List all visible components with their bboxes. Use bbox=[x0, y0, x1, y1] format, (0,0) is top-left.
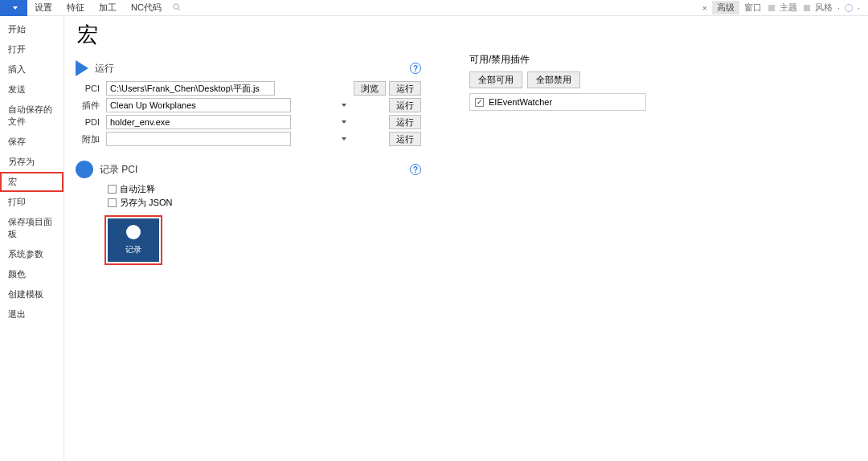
menu-item-nccode[interactable]: NC代码 bbox=[124, 2, 169, 14]
plugin-list-item[interactable]: EIEventWatcher bbox=[469, 93, 646, 111]
gear-icon[interactable] bbox=[845, 4, 853, 12]
search-icon bbox=[172, 2, 182, 14]
pci-browse-button[interactable]: 浏览 bbox=[354, 81, 386, 96]
plugin-label: 插件 bbox=[76, 100, 103, 112]
enable-all-button[interactable]: 全部可用 bbox=[469, 71, 522, 88]
run-section: 运行 ? PCI 浏览 运行 插件 运行 PDI bbox=[76, 60, 421, 146]
extra-label: 附加 bbox=[76, 133, 103, 145]
record-button[interactable]: 记录 bbox=[108, 218, 159, 262]
sidebar-item-send[interactable]: 发送 bbox=[0, 80, 63, 100]
auto-comment-label: 自动注释 bbox=[120, 183, 155, 195]
plugin-checkbox[interactable] bbox=[475, 98, 484, 107]
menu-bar: · 设置 特征 加工 NC代码 × 高级 窗口 主题 风格 · · bbox=[0, 0, 868, 16]
disable-all-button[interactable]: 全部禁用 bbox=[527, 71, 580, 88]
chevron-down-icon bbox=[342, 137, 346, 141]
menu-item-settings[interactable]: 设置 bbox=[27, 2, 59, 14]
highspeed-toggle[interactable]: 高级 bbox=[712, 1, 739, 14]
sidebar-item-save[interactable]: 保存 bbox=[0, 132, 63, 152]
sidebar-item-color[interactable]: 颜色 bbox=[0, 264, 63, 284]
record-section-title: 记录 PCI bbox=[100, 163, 137, 177]
record-section: 记录 PCI ? 自动注释 另存为 JSON 记录 bbox=[76, 161, 421, 265]
help-icon[interactable]: ? bbox=[410, 164, 421, 175]
menu-item-features[interactable]: 特征 bbox=[59, 2, 92, 14]
pdi-run-button[interactable]: 运行 bbox=[389, 115, 421, 129]
sidebar-item-template[interactable]: 创建模板 bbox=[0, 284, 63, 304]
sidebar-item-exit[interactable]: 退出 bbox=[0, 304, 63, 324]
sidebar-item-start[interactable]: 开始 bbox=[0, 19, 63, 39]
save-json-checkbox[interactable] bbox=[108, 198, 117, 207]
sidebar-item-savepanel[interactable]: 保存项目面板 bbox=[0, 212, 63, 244]
pci-run-button[interactable]: 运行 bbox=[389, 81, 421, 96]
pci-label: PCI bbox=[76, 84, 103, 93]
pci-path-input[interactable] bbox=[106, 81, 275, 96]
play-icon bbox=[76, 60, 88, 76]
highlight-annotation: 记录 bbox=[104, 215, 162, 265]
menu-item-machining[interactable]: 加工 bbox=[92, 2, 124, 14]
sidebar-item-macro[interactable]: 宏 bbox=[0, 172, 63, 192]
theme-menu[interactable]: 主题 bbox=[780, 2, 797, 14]
plugin-run-button[interactable]: 运行 bbox=[389, 98, 421, 112]
pdi-label: PDI bbox=[76, 117, 103, 127]
svg-line-1 bbox=[178, 8, 180, 10]
sidebar-item-print[interactable]: 打印 bbox=[0, 192, 63, 212]
style-menu[interactable]: 风格 bbox=[815, 2, 833, 14]
record-icon bbox=[76, 161, 93, 178]
sidebar: 开始 打开 插入 发送 自动保存的文件 保存 另存为 宏 打印 保存项目面板 系… bbox=[0, 16, 64, 461]
pdi-input[interactable] bbox=[106, 115, 291, 129]
plugin-combo[interactable] bbox=[106, 98, 350, 112]
sidebar-item-open[interactable]: 打开 bbox=[0, 39, 63, 59]
svg-point-0 bbox=[174, 3, 178, 8]
plugin-name: EIEventWatcher bbox=[489, 97, 552, 107]
record-button-label: 记录 bbox=[125, 244, 141, 255]
chevron-down-icon bbox=[342, 104, 346, 107]
sidebar-item-sysparam[interactable]: 系统参数 bbox=[0, 244, 63, 264]
sidebar-item-autosave[interactable]: 自动保存的文件 bbox=[0, 100, 63, 132]
record-dot-icon bbox=[126, 225, 141, 239]
plugins-panel-title: 可用/禁用插件 bbox=[469, 53, 646, 67]
square-icon bbox=[768, 5, 775, 11]
extra-input[interactable] bbox=[106, 132, 291, 146]
file-menu[interactable]: · bbox=[0, 0, 27, 16]
window-menu[interactable]: 窗口 bbox=[744, 2, 762, 14]
extra-combo[interactable] bbox=[106, 132, 350, 146]
save-json-label: 另存为 JSON bbox=[120, 197, 172, 209]
sidebar-item-saveas[interactable]: 另存为 bbox=[0, 152, 63, 172]
auto-comment-checkbox[interactable] bbox=[108, 185, 117, 194]
sidebar-item-insert[interactable]: 插入 bbox=[0, 59, 63, 80]
help-icon[interactable]: ? bbox=[410, 63, 421, 74]
extra-run-button[interactable]: 运行 bbox=[389, 132, 421, 146]
square-icon bbox=[804, 5, 810, 11]
page-title: 宏 bbox=[77, 21, 421, 49]
chevron-down-icon bbox=[13, 6, 18, 10]
top-right-controls: × 高级 窗口 主题 风格 · · bbox=[702, 1, 868, 14]
search-input[interactable] bbox=[185, 2, 338, 14]
pdi-combo[interactable] bbox=[106, 115, 350, 129]
run-section-title: 运行 bbox=[95, 62, 114, 75]
chevron-down-icon bbox=[342, 120, 346, 124]
plugin-input[interactable] bbox=[106, 98, 291, 112]
